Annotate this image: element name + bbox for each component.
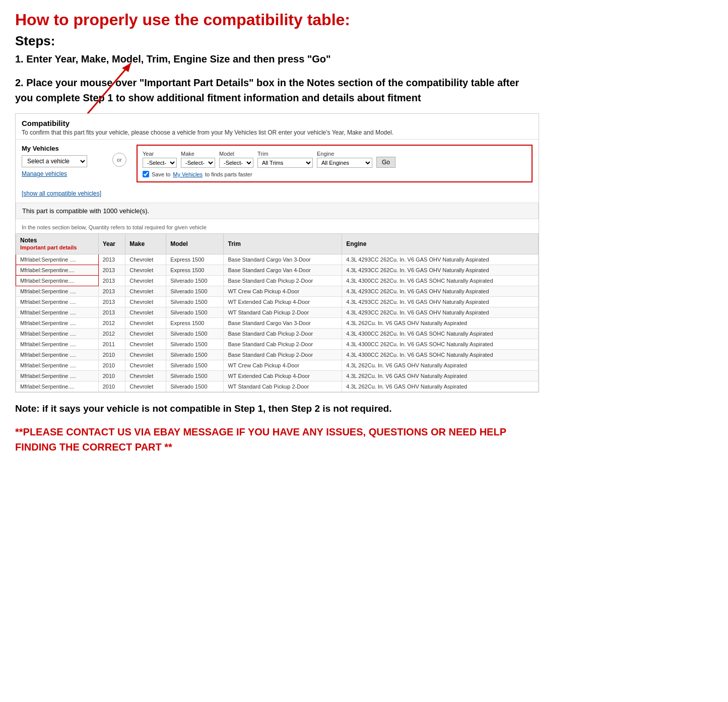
trim-cell: WT Extended Cab Pickup 4-Door [224,297,342,307]
table-header-row: Notes Important part details Year Make M… [16,234,539,254]
table-row: Mfrlabel:Serpentine .... 2013 Chevrolet … [16,286,539,297]
make-cell: Chevrolet [125,297,166,307]
year-cell: 2010 [98,350,125,360]
note-section: Note: if it says your vehicle is not com… [15,402,539,416]
trim-cell: WT Crew Cab Pickup 4-Door [224,286,342,297]
ymm-fields-row: Year -Select- Make -Select- Model [143,150,526,168]
step2-text: 2. Place your mouse over "Important Part… [15,75,539,105]
make-cell: Chevrolet [125,381,166,392]
compat-header: Compatibility To confirm that this part … [16,114,539,140]
notes-cell: Mfrlabel:Serpentine .... [16,318,99,329]
manage-vehicles-link[interactable]: Manage vehicles [22,170,102,177]
show-all-link[interactable]: [show all compatible vehicles] [22,190,101,197]
trim-field: Trim All Trims [257,151,313,168]
col-trim: Trim [224,234,342,254]
year-field: Year -Select- [143,151,177,168]
trim-cell: WT Extended Cab Pickup 4-Door [224,371,342,381]
year-label: Year [143,151,177,157]
year-select[interactable]: -Select- [143,158,177,168]
trim-cell: WT Crew Cab Pickup 4-Door [224,360,342,371]
step1-text: 1. Enter Year, Make, Model, Trim, Engine… [15,52,539,66]
table-row: Mfrlabel:Serpentine.... 2010 Chevrolet S… [16,381,539,392]
compatibility-box: Compatibility To confirm that this part … [15,113,539,393]
engine-cell: 4.3L 262Cu. In. V6 GAS OHV Naturally Asp… [342,381,539,392]
engine-select[interactable]: All Engines [317,158,372,168]
notes-cell: Mfrlabel:Serpentine .... [16,329,99,339]
important-part-details-label: Important part details [20,244,77,250]
year-cell: 2013 [98,254,125,265]
table-row: Mfrlabel:Serpentine .... 2013 Chevrolet … [16,254,539,265]
notes-cell: Mfrlabel:Serpentine .... [16,371,99,381]
trim-cell: Base Standard Cab Pickup 2-Door [224,350,342,360]
model-cell: Silverado 1500 [166,350,224,360]
model-field: Model -Select- [219,151,253,168]
table-row: Mfrlabel:Serpentine .... 2013 Chevrolet … [16,297,539,307]
engine-field: Engine All Engines [317,151,372,168]
notes-cell: Mfrlabel:Serpentine.... [16,265,99,276]
model-cell: Silverado 1500 [166,371,224,381]
compat-title: Compatibility [22,119,533,127]
my-vehicles-link[interactable]: My Vehicles [173,171,203,177]
year-cell: 2012 [98,329,125,339]
save-suffix: to finds parts faster [205,171,252,177]
table-row: Mfrlabel:Serpentine .... 2010 Chevrolet … [16,350,539,360]
trim-cell: Base Standard Cab Pickup 2-Door [224,329,342,339]
compat-desc: To confirm that this part fits your vehi… [22,129,533,136]
col-engine: Engine [342,234,539,254]
engine-cell: 4.3L 262Cu. In. V6 GAS OHV Naturally Asp… [342,360,539,371]
model-cell: Silverado 1500 [166,286,224,297]
trim-cell: Base Standard Cargo Van 4-Door [224,265,342,276]
trim-cell: Base Standard Cab Pickup 2-Door [224,276,342,286]
notes-cell: Mfrlabel:Serpentine .... [16,254,99,265]
steps-label: Steps: [15,33,539,49]
engine-cell: 4.3L 4293CC 262Cu. In. V6 GAS OHV Natura… [342,286,539,297]
select-vehicle-dropdown[interactable]: Select a vehicle [22,155,87,167]
table-row: Mfrlabel:Serpentine.... 2013 Chevrolet E… [16,265,539,276]
year-cell: 2013 [98,265,125,276]
table-row: Mfrlabel:Serpentine .... 2010 Chevrolet … [16,360,539,371]
compat-info-bar: This part is compatible with 1000 vehicl… [16,203,539,219]
model-label: Model [219,151,253,157]
notes-header-label: Notes [20,237,37,244]
trim-cell: Base Standard Cab Pickup 2-Door [224,339,342,350]
model-cell: Silverado 1500 [166,381,224,392]
col-year: Year [98,234,125,254]
model-cell: Silverado 1500 [166,276,224,286]
make-cell: Chevrolet [125,350,166,360]
notes-cell: Mfrlabel:Serpentine.... [16,276,99,286]
ymm-section: Year -Select- Make -Select- Model [137,145,533,182]
go-button[interactable]: Go [376,157,395,168]
year-cell: 2010 [98,381,125,392]
compat-table-body: Mfrlabel:Serpentine .... 2013 Chevrolet … [16,254,539,392]
make-cell: Chevrolet [125,286,166,297]
trim-select[interactable]: All Trims [257,158,313,168]
save-row: Save to My Vehicles to finds parts faste… [143,171,526,177]
make-cell: Chevrolet [125,339,166,350]
make-select[interactable]: -Select- [181,158,215,168]
model-cell: Express 1500 [166,254,224,265]
model-cell: Express 1500 [166,265,224,276]
col-make: Make [125,234,166,254]
trim-label: Trim [257,151,313,157]
make-cell: Chevrolet [125,254,166,265]
engine-cell: 4.3L 4293CC 262Cu. In. V6 GAS OHV Natura… [342,265,539,276]
my-vehicles-label: My Vehicles [22,145,102,152]
engine-cell: 4.3L 4293CC 262Cu. In. V6 GAS OHV Natura… [342,254,539,265]
model-cell: Silverado 1500 [166,297,224,307]
notes-cell: Mfrlabel:Serpentine .... [16,307,99,318]
compat-table: Notes Important part details Year Make M… [16,233,539,392]
engine-cell: 4.3L 4300CC 262Cu. In. V6 GAS SOHC Natur… [342,350,539,360]
year-cell: 2011 [98,339,125,350]
col-notes: Notes Important part details [16,234,99,254]
table-row: Mfrlabel:Serpentine .... 2012 Chevrolet … [16,329,539,339]
contact-section: **PLEASE CONTACT US VIA EBAY MESSAGE IF … [15,424,539,455]
year-cell: 2013 [98,276,125,286]
year-cell: 2012 [98,318,125,329]
table-row: Mfrlabel:Serpentine .... 2010 Chevrolet … [16,371,539,381]
year-cell: 2013 [98,286,125,297]
make-label: Make [181,151,215,157]
table-row: Mfrlabel:Serpentine .... 2012 Chevrolet … [16,318,539,329]
trim-cell: WT Standard Cab Pickup 2-Door [224,381,342,392]
model-select[interactable]: -Select- [219,158,253,168]
save-checkbox[interactable] [143,171,149,177]
